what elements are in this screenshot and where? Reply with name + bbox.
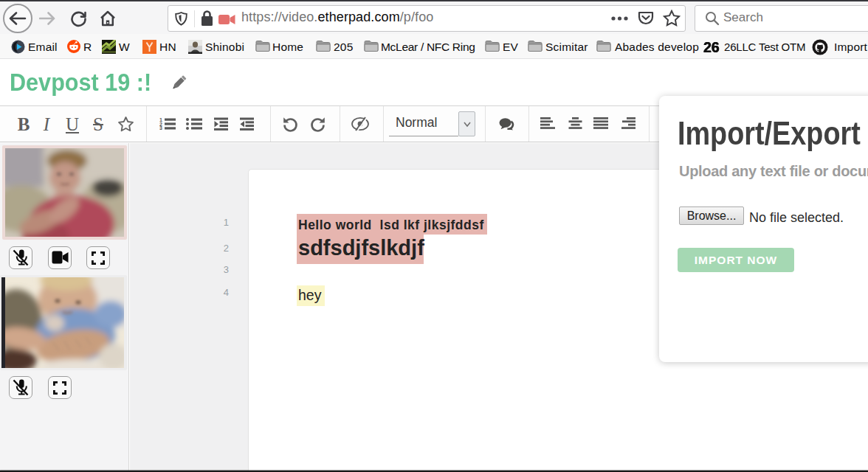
svg-text:3: 3 — [159, 125, 162, 131]
